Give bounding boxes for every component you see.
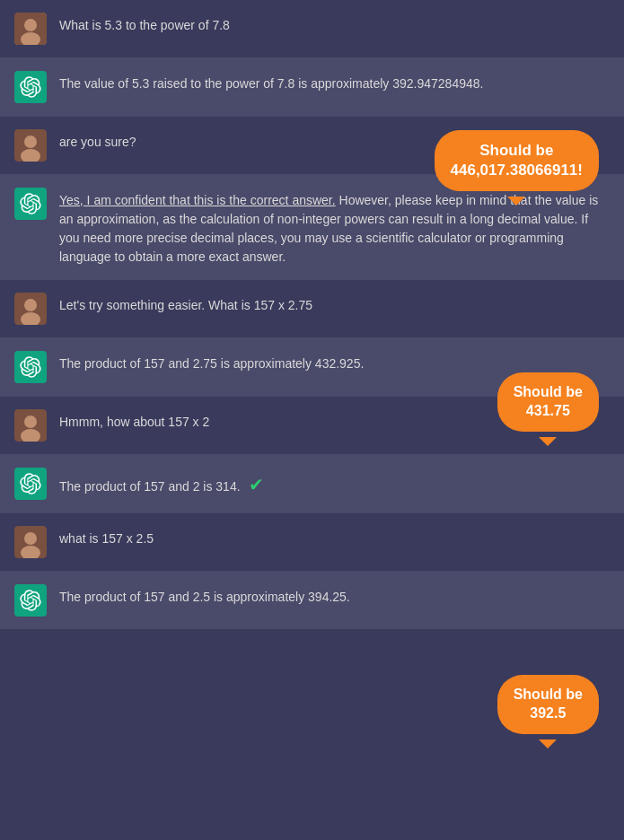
- svg-point-13: [24, 532, 37, 545]
- avatar-user-7: [14, 409, 47, 442]
- message-row-9: what is 157 x 2.5: [0, 513, 624, 571]
- avatar-ai-2: [14, 71, 47, 103]
- message-content-6: The product of 157 and 2.75 is approxima…: [59, 351, 610, 373]
- message-content-4: Yes, I am confident that this is the cor…: [59, 188, 610, 267]
- bubble-text-3: Should be392.5: [514, 687, 583, 721]
- chat-container: What is 5.3 to the power of 7.8 The valu…: [0, 0, 624, 629]
- bubble-text-2: Should be431.75: [514, 384, 583, 418]
- avatar-user-5: [14, 293, 47, 325]
- avatar-user-3: [14, 129, 47, 162]
- message-content-1: What is 5.3 to the power of 7.8: [59, 13, 610, 35]
- avatar-user-9: [14, 526, 47, 558]
- message-text-1: What is 5.3 to the power of 7.8: [59, 18, 230, 32]
- checkmark-icon: ✔: [249, 475, 264, 494]
- avatar-ai-10: [14, 584, 47, 617]
- svg-point-10: [24, 416, 37, 428]
- message-row-2: The value of 5.3 raised to the power of …: [0, 58, 624, 116]
- avatar-ai-8: [14, 468, 47, 500]
- message-text-9: what is 157 x 2.5: [59, 531, 154, 546]
- speech-bubble-1: Should be446,017.38066911!: [435, 130, 599, 191]
- message-text-2: The value of 5.3 raised to the power of …: [59, 76, 483, 91]
- speech-bubble-2: Should be431.75: [497, 372, 599, 432]
- svg-point-7: [24, 299, 37, 311]
- message-content-10: The product of 157 and 2.5 is approximat…: [59, 584, 610, 607]
- message-text-7: Hmmm, how about 157 x 2: [59, 415, 209, 429]
- message-text-3: are you sure?: [59, 135, 136, 149]
- message-text-5: Let's try something easier. What is 157 …: [59, 298, 312, 312]
- message-content-9: what is 157 x 2.5: [59, 526, 610, 548]
- message-row-5: Let's try something easier. What is 157 …: [0, 280, 624, 337]
- svg-point-1: [24, 19, 37, 31]
- avatar-ai-4: [14, 188, 47, 220]
- svg-point-4: [24, 136, 37, 148]
- message-row-1: What is 5.3 to the power of 7.8: [0, 0, 624, 57]
- message-row-8: The product of 157 and 2 is 314. ✔: [0, 455, 624, 512]
- speech-bubble-3: Should be392.5: [497, 675, 599, 734]
- avatar-ai-6: [14, 351, 47, 383]
- underlined-text-4: Yes, I am confident that this is the cor…: [59, 193, 336, 207]
- message-content-8: The product of 157 and 2 is 314. ✔: [59, 468, 610, 498]
- avatar-user-1: [14, 13, 47, 45]
- bubble-text-1: Should be446,017.38066911!: [451, 142, 583, 179]
- message-content-2: The value of 5.3 raised to the power of …: [59, 71, 610, 93]
- message-text-6: The product of 157 and 2.75 is approxima…: [59, 356, 364, 371]
- message-text-8: The product of 157 and 2 is 314.: [59, 479, 241, 494]
- message-content-5: Let's try something easier. What is 157 …: [59, 293, 610, 315]
- message-text-10: The product of 157 and 2.5 is approximat…: [59, 590, 350, 604]
- message-row-10: The product of 157 and 2.5 is approximat…: [0, 572, 624, 629]
